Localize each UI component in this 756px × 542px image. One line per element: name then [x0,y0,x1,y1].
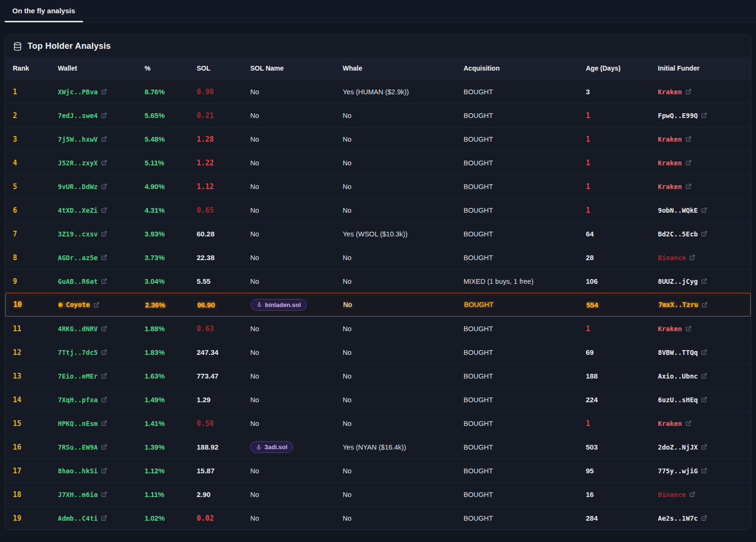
external-link-icon[interactable] [685,89,692,95]
wallet-link[interactable]: 7RSu..EW9A [58,443,145,451]
external-link-icon[interactable] [701,444,707,450]
external-link-icon[interactable] [701,373,707,379]
initial-funder-link[interactable]: 9obN..WQkE [658,207,743,214]
external-link-icon[interactable] [101,231,107,237]
initial-funder-link[interactable]: 8UUZ..jCyg [658,278,743,285]
external-link-icon[interactable] [701,302,708,308]
external-link-icon[interactable] [701,515,707,521]
external-link-icon[interactable] [701,468,707,474]
table-row[interactable]: 19 Admb..C4ti 1.02% 0.02 No No BOUGHT 28… [5,506,751,530]
initial-funder-link[interactable]: Binance [658,491,743,498]
external-link-icon[interactable] [701,397,707,403]
wallet-link[interactable]: Admb..C4ti [58,515,145,522]
initial-funder-link[interactable]: Ae2s..1W7c [658,515,743,522]
tab-on-the-fly-analysis[interactable]: On the fly analysis [5,0,83,22]
external-link-icon[interactable] [101,112,107,118]
table-row[interactable]: 11 4RKG..dNRV 1.88% 0.63 No No BOUGHT 1 … [5,316,751,340]
external-link-icon[interactable] [101,420,107,426]
wallet-link[interactable]: J7XH..m6ia [58,491,145,498]
external-link-icon[interactable] [685,183,692,190]
wallet-link[interactable]: 7edJ..swe4 [58,112,145,119]
initial-funder-link[interactable]: Kraken [658,420,743,427]
table-row[interactable]: 15 HPKQ..nEsm 1.41% 0.58 No No BOUGHT 1 … [5,411,751,435]
initial-funder-link[interactable]: 6uzU..sHEq [658,396,743,404]
wallet-link[interactable]: 8hao..hkSi [58,467,145,475]
wallet-link[interactable]: HPKQ..nEsm [58,420,145,427]
external-link-icon[interactable] [101,183,107,190]
initial-funder-link[interactable]: Kraken [658,136,743,143]
external-link-icon[interactable] [685,420,692,426]
wallet-link[interactable]: XWjc..PBva [58,88,145,96]
table-row[interactable]: 10 Coyote 2.36% 96.90 binladen.sol [5,293,751,316]
table-row[interactable]: 12 7Ttj..7dc5 1.83% 247.34 No No BOUGHT … [5,340,751,364]
external-link-icon[interactable] [101,207,107,213]
external-link-icon[interactable] [101,160,107,166]
table-row[interactable]: 2 7edJ..swe4 5.65% 0.21 No No BOUGHT 1 F… [5,103,751,127]
wallet-link[interactable]: 7XqH..pfxa [58,396,145,404]
initial-funder-link[interactable]: Binance [658,254,743,262]
external-link-icon[interactable] [685,160,692,166]
initial-funder-link[interactable]: Kraken [658,183,743,190]
anchor-icon [256,302,262,307]
external-link-icon[interactable] [701,112,707,118]
external-link-icon[interactable] [701,207,707,213]
external-link-icon[interactable] [701,349,707,355]
wallet-link[interactable]: 4RKG..dNRV [58,325,145,333]
external-link-icon[interactable] [101,491,107,497]
external-link-icon[interactable] [93,302,100,308]
wallet-link[interactable]: Coyote [58,301,145,308]
initial-funder-link[interactable]: 2doZ..NjJX [658,443,743,451]
table-row[interactable]: 3 7j5W..hxwV 5.48% 1.28 No No BOUGHT 1 K… [5,127,751,151]
initial-funder-link[interactable]: Kraken [658,325,743,333]
wallet-link[interactable]: 7Eio..eMEr [58,372,145,380]
sol-name-badge[interactable]: binladen.sol [251,299,307,311]
wallet-link[interactable]: J52R..zxyX [58,159,145,167]
initial-funder-link[interactable]: Kraken [658,159,743,167]
table-row[interactable]: 13 7Eio..eMEr 1.63% 773.47 No No BOUGHT … [5,364,751,388]
wallet-link[interactable]: 7j5W..hxwV [58,136,145,143]
external-link-icon[interactable] [101,515,107,521]
initial-funder-link[interactable]: FpwQ..E99Q [658,112,743,119]
external-link-icon[interactable] [685,136,692,142]
table-row[interactable]: 18 J7XH..m6ia 1.11% 2.90 No No BOUGHT 16… [5,482,751,506]
table-row[interactable]: 1 XWjc..PBva 8.76% 0.90 No Yes (HUMAN ($… [5,80,751,103]
initial-funder-link[interactable]: Kraken [658,88,743,96]
wallet-link[interactable]: 7Ttj..7dc5 [58,349,145,356]
table-row[interactable]: 9 GuAB..R6at 3.04% 5.55 No No MIXED (1 b… [5,269,751,293]
external-link-icon[interactable] [689,254,695,261]
table-row[interactable]: 5 9vUR..DdWz 4.90% 1.12 No No BOUGHT 1 K… [5,174,751,198]
wallet-link[interactable]: 9vUR..DdWz [58,183,145,190]
initial-funder-link[interactable]: 775y..wjiG [658,467,743,475]
initial-funder-link[interactable]: Bd2C..5Ecb [658,230,743,238]
wallet-link[interactable]: 3Z19..cxsv [58,230,145,238]
external-link-icon[interactable] [701,231,707,237]
initial-funder-link[interactable]: Axio..Ubnc [658,372,743,380]
table-row[interactable]: 17 8hao..hkSi 1.12% 15.87 No No BOUGHT 9… [5,459,751,482]
external-link-icon[interactable] [101,349,107,355]
table-row[interactable]: 16 7RSu..EW9A 1.39% 188.92 3adi.sol [5,435,751,459]
external-link-icon[interactable] [101,397,107,403]
external-link-icon[interactable] [101,278,107,284]
external-link-icon[interactable] [101,468,107,474]
initial-funder-link[interactable]: 7mxX..Tzru [658,301,743,308]
external-link-icon[interactable] [101,136,107,142]
wallet-link[interactable]: AGDr..az5e [58,254,145,262]
table-row[interactable]: 6 4tXD..XeZi 4.31% 0.65 No No BOUGHT 1 9… [5,198,751,222]
table-row[interactable]: 4 J52R..zxyX 5.11% 1.22 No No BOUGHT 1 K… [5,151,751,174]
acquisition-cell: BOUGHT [464,230,586,238]
table-row[interactable]: 14 7XqH..pfxa 1.49% 1.29 No No BOUGHT 22… [5,388,751,411]
external-link-icon[interactable] [701,278,707,284]
external-link-icon[interactable] [685,325,692,332]
sol-name-badge[interactable]: 3adi.sol [250,441,293,453]
external-link-icon[interactable] [101,444,107,450]
initial-funder-link[interactable]: 8VBW..TTQq [658,349,743,356]
wallet-link[interactable]: 4tXD..XeZi [58,207,145,214]
external-link-icon[interactable] [101,254,107,261]
table-row[interactable]: 7 3Z19..cxsv 3.93% 60.28 No Yes (WSOL ($… [5,222,751,245]
wallet-link[interactable]: GuAB..R6at [58,278,145,285]
table-row[interactable]: 8 AGDr..az5e 3.73% 22.38 No No BOUGHT 28… [5,245,751,269]
external-link-icon[interactable] [101,373,107,379]
external-link-icon[interactable] [101,89,107,95]
external-link-icon[interactable] [101,325,107,332]
external-link-icon[interactable] [689,491,695,497]
